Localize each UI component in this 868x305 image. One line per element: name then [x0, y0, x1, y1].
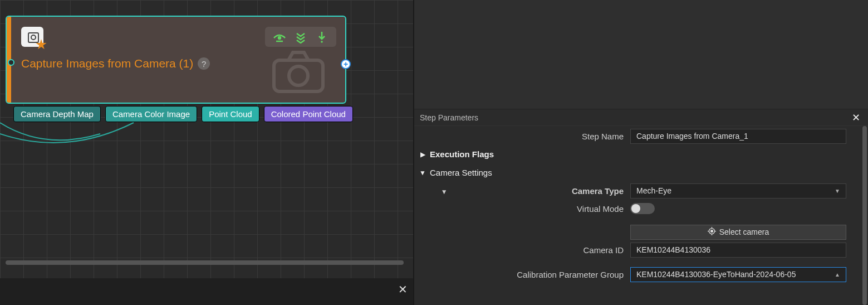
step-name-label: Step Name [414, 132, 630, 141]
node-action-bar [265, 27, 336, 47]
caret-up-icon: ▲ [835, 272, 840, 278]
camera-type-label: Camera Type [445, 186, 624, 196]
execution-flags-label: Execution Flags [430, 149, 494, 159]
calibration-group-value: KEM10244B4130036-EyeToHand-2024-06-05 [636, 270, 796, 279]
camera-settings-label: Camera Settings [430, 168, 492, 177]
node-output-tags: Camera Depth Map Camera Color Image Poin… [13, 106, 353, 122]
camera-type-combo[interactable]: Mech-Eye ▼ [630, 183, 846, 199]
close-icon[interactable]: ✕ [396, 280, 410, 298]
close-icon[interactable]: ✕ [850, 112, 862, 124]
horizontal-scrollbar[interactable] [6, 259, 408, 266]
camera-id-label: Camera ID [414, 245, 630, 255]
node-canvas[interactable]: + Capture Images from Camera (1) [0, 0, 414, 305]
camera-icon [21, 27, 43, 47]
download-stack-icon[interactable] [294, 30, 307, 43]
calibration-group-combo[interactable]: KEM10244B4130036-EyeToHand-2024-06-05 ▲ [630, 267, 846, 282]
svg-point-0 [278, 36, 281, 40]
svg-point-3 [289, 66, 308, 85]
download-icon[interactable] [315, 30, 328, 43]
output-tag-point-cloud[interactable]: Point Cloud [202, 106, 259, 122]
star-badge-icon [36, 39, 47, 50]
preview-icon[interactable] [273, 30, 286, 43]
row-select-camera: Select camera [414, 223, 860, 241]
input-port[interactable] [8, 59, 14, 66]
preview-area [414, 0, 868, 109]
camera-type-value: Mech-Eye [636, 186, 671, 195]
vertical-scrollbar[interactable] [861, 126, 868, 305]
svg-point-5 [710, 230, 713, 233]
bottom-drawer: ✕ [0, 278, 413, 305]
section-camera-settings[interactable]: ▼ Camera Settings [414, 163, 860, 182]
select-camera-button[interactable]: Select camera [630, 225, 846, 240]
step-name-input[interactable] [630, 129, 846, 144]
chevron-right-icon: ▶ [418, 151, 428, 158]
section-execution-flags[interactable]: ▶ Execution Flags [414, 145, 860, 163]
row-camera-id: Camera ID [414, 241, 860, 259]
parameters-body: Step Name ▶ Execution Flags ▼ Camera Set… [414, 126, 860, 305]
output-tag-colored-point-cloud[interactable]: Colored Point Cloud [264, 106, 353, 122]
output-tag-color-image[interactable]: Camera Color Image [105, 106, 197, 122]
add-output-port[interactable]: + [341, 59, 351, 69]
output-tag-depth-map[interactable]: Camera Depth Map [13, 106, 101, 122]
row-camera-type: ▼ Camera Type Mech-Eye ▼ [414, 182, 860, 200]
parameters-header: Step Parameters ✕ [414, 109, 868, 126]
help-icon[interactable]: ? [198, 57, 210, 70]
caret-down-icon: ▼ [835, 188, 840, 194]
calibration-group-label: Calibration Parameter Group [414, 270, 630, 279]
row-virtual-mode: Virtual Mode [414, 200, 860, 217]
node-capture-images[interactable]: + Capture Images from Camera (1) [6, 16, 346, 104]
camera-id-input[interactable] [630, 243, 846, 258]
chevron-down-icon[interactable]: ▼ [429, 188, 441, 196]
virtual-mode-label: Virtual Mode [414, 204, 630, 214]
svg-point-1 [321, 41, 323, 43]
virtual-mode-toggle[interactable] [630, 203, 655, 214]
camera-watermark-icon [271, 48, 326, 97]
select-camera-label: Select camera [719, 227, 769, 236]
node-title: Capture Images from Camera (1) [21, 57, 193, 70]
target-icon [708, 227, 716, 237]
parameters-panel: Step Parameters ✕ Step Name ▶ Execution … [414, 0, 868, 305]
parameters-title: Step Parameters [420, 113, 478, 122]
chevron-down-icon: ▼ [418, 169, 428, 177]
row-step-name: Step Name [414, 127, 860, 145]
row-calibration-group: Calibration Parameter Group KEM10244B413… [414, 265, 860, 283]
